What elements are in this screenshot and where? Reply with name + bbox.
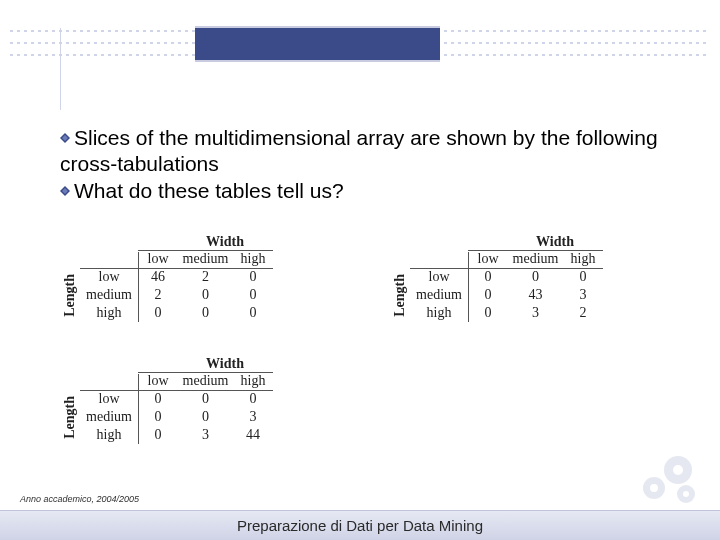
cell: 3 [233,408,273,426]
crosstab-grid: low medium high Length low 46 2 0 medium… [60,250,320,322]
tables-row: Width low medium high Length low 46 2 0 … [60,234,680,322]
cell: 0 [508,268,563,286]
cell: 3 [563,286,603,304]
cell: 0 [138,426,178,444]
crosstab-grid: low medium high Length low 0 0 0 medium … [60,372,320,444]
footer-year: Anno accademico, 2004/2005 [20,494,139,504]
cell: 3 [178,426,233,444]
row-high: high [410,304,468,322]
cell: 44 [233,426,273,444]
footer-title: Preparazione di Dati per Data Mining [0,510,720,540]
col-medium: medium [178,250,233,268]
col-high: high [233,250,273,268]
cell: 0 [178,390,233,408]
col-high: high [563,250,603,268]
cell: 0 [563,268,603,286]
bullet-text: What do these tables tell us? [74,179,344,202]
row-low: low [80,390,138,408]
diamond-bullet-icon [60,133,70,143]
col-low: low [138,250,178,268]
cell: 0 [233,268,273,286]
cell: 3 [508,304,563,322]
row-high: high [80,304,138,322]
col-medium: medium [508,250,563,268]
row-header-length: Length [62,274,78,317]
decorative-rule [60,28,61,110]
content-body: Slices of the multidimensional array are… [60,125,690,204]
row-low: low [80,268,138,286]
bullet-text: Slices of the multidimensional array are… [60,126,658,175]
cell: 0 [233,286,273,304]
cell: 0 [468,286,508,304]
bullet-item: Slices of the multidimensional array are… [60,125,690,178]
cell: 0 [138,408,178,426]
cell: 0 [233,304,273,322]
svg-point-9 [683,491,689,497]
cell: 43 [508,286,563,304]
cell: 0 [468,268,508,286]
row-medium: medium [410,286,468,304]
col-high: high [233,372,273,390]
svg-point-5 [673,465,683,475]
title-band [195,26,440,62]
crosstab-2: Width low medium high Length low 0 0 0 m… [390,234,650,322]
bullet-item: What do these tables tell us? [60,178,690,204]
crosstab-1: Width low medium high Length low 46 2 0 … [60,234,320,322]
row-medium: medium [80,408,138,426]
gears-decorative-icon [628,448,708,508]
cell: 2 [563,304,603,322]
diamond-bullet-icon [60,186,70,196]
col-medium: medium [178,372,233,390]
crosstab-3: Width low medium high Length low 0 0 0 m… [60,356,320,444]
cell: 0 [178,286,233,304]
cell: 0 [138,304,178,322]
cell: 0 [233,390,273,408]
row-header-length: Length [62,396,78,439]
cell: 0 [178,304,233,322]
row-header-length: Length [392,274,408,317]
crosstab-grid: low medium high Length low 0 0 0 medium … [390,250,650,322]
col-header-width: Width [460,234,650,250]
row-medium: medium [80,286,138,304]
cell: 2 [178,268,233,286]
row-low: low [410,268,468,286]
cell: 0 [138,390,178,408]
svg-point-7 [650,484,658,492]
col-header-width: Width [130,234,320,250]
cell: 0 [178,408,233,426]
cell: 0 [468,304,508,322]
col-low: low [468,250,508,268]
col-header-width: Width [130,356,320,372]
row-high: high [80,426,138,444]
cell: 46 [138,268,178,286]
col-low: low [138,372,178,390]
cell: 2 [138,286,178,304]
